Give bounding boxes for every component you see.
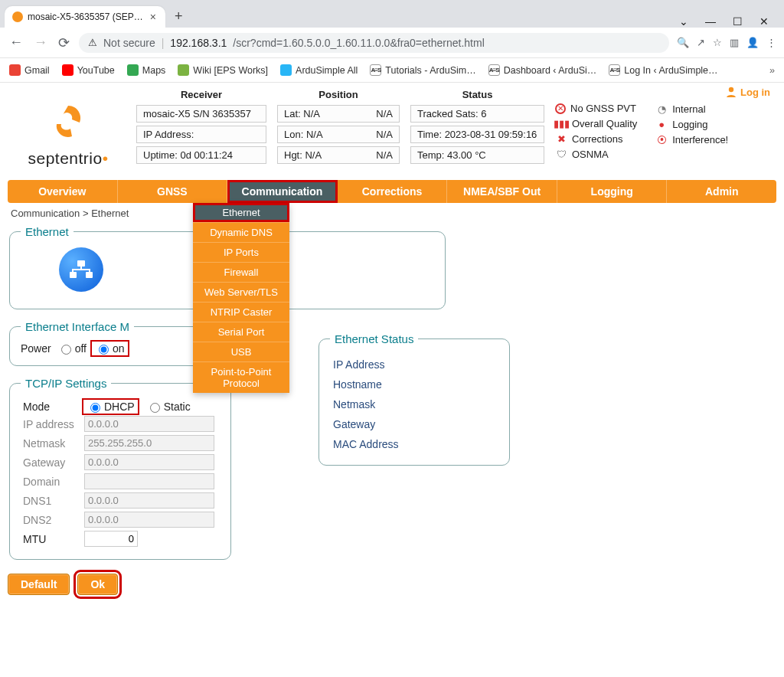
page-body: Log in septentrio• Receiver mosaic-X5 S/… xyxy=(0,83,784,610)
interference-icon: ⦿ xyxy=(655,133,668,146)
dropdown-serial[interactable]: Serial Port xyxy=(193,322,289,342)
kebab-menu-icon[interactable]: ⋮ xyxy=(766,37,776,48)
mode-dhcp-radio[interactable]: DHCP xyxy=(84,401,137,413)
status-time: Time: 2023-08-31 09:59:16 xyxy=(410,126,544,143)
status-temp: Temp: 43.00 °C xyxy=(410,146,544,164)
ethstatus-gateway[interactable]: Gateway xyxy=(330,414,498,434)
dropdown-usb[interactable]: USB xyxy=(193,342,289,361)
nav-gnss[interactable]: GNSS xyxy=(118,180,228,203)
profile-icon[interactable]: 👤 xyxy=(746,37,759,48)
bookmark-dashboard[interactable]: A≡SDashboard ‹ ArduSi… xyxy=(488,64,597,76)
maps-icon xyxy=(127,64,139,76)
bookmark-wiki[interactable]: Wiki [EPS Works] xyxy=(178,64,268,76)
telegram-icon xyxy=(280,64,292,76)
bookmark-login[interactable]: A≡SLog In ‹ ArduSimple… xyxy=(609,64,717,76)
receiver-head: Receiver xyxy=(136,89,266,102)
svg-rect-3 xyxy=(86,272,93,278)
login-link[interactable]: Log in xyxy=(725,86,770,98)
address-bar[interactable]: ⚠ Not secure | 192.168.3.1/scr?cmd=1.60.… xyxy=(79,33,669,53)
ip-label: IP address xyxy=(21,414,82,433)
flag-no-gnss: No GNSS PVT xyxy=(570,103,636,114)
close-icon[interactable]: × xyxy=(149,11,158,23)
ethstatus-netmask[interactable]: Netmask xyxy=(330,394,498,414)
netmask-input[interactable] xyxy=(84,435,214,451)
nav-admin[interactable]: Admin xyxy=(667,180,776,203)
browser-chrome: mosaic-X5-3635357 (SEPT) - Sep × + ⌄ — ☐… xyxy=(0,0,784,83)
network-icon[interactable] xyxy=(59,247,103,292)
ethstatus-mac[interactable]: MAC Address xyxy=(330,434,498,454)
mode-static-radio[interactable]: Static xyxy=(146,401,191,413)
power-off-radio[interactable]: off xyxy=(57,342,87,355)
ethstatus-ip[interactable]: IP Address xyxy=(330,355,498,374)
nav-corrections[interactable]: Corrections xyxy=(338,180,448,203)
domain-label: Domain xyxy=(21,472,82,491)
domain-input[interactable] xyxy=(84,473,214,489)
nav-nmea-sbf[interactable]: NMEA/SBF Out xyxy=(447,180,557,203)
browser-tab[interactable]: mosaic-X5-3635357 (SEPT) - Sep × xyxy=(5,6,165,28)
dns2-input[interactable] xyxy=(84,512,214,528)
side-panel-icon[interactable]: ▥ xyxy=(730,37,739,48)
dropdown-ipports[interactable]: IP Ports xyxy=(193,242,289,262)
dropdown-ntrip[interactable]: NTRIP Caster xyxy=(193,302,289,322)
gateway-input[interactable] xyxy=(84,454,214,470)
antenna-icon: ✖ xyxy=(555,132,567,145)
nav-communication[interactable]: Communication xyxy=(227,180,338,203)
interface-mode-fieldset: Ethernet Interface M Power off on xyxy=(9,320,216,366)
caret-down-icon[interactable]: ⌄ xyxy=(679,15,688,28)
bookmark-ardusimple[interactable]: ArduSimple All xyxy=(280,64,358,76)
ip-input[interactable] xyxy=(84,416,214,432)
position-lon: Lon: N/AN/A xyxy=(277,126,400,143)
bookmarks-overflow-icon[interactable]: » xyxy=(769,65,775,76)
tab-strip: mosaic-X5-3635357 (SEPT) - Sep × + ⌄ — ☐… xyxy=(0,0,784,28)
flag-interference: Interference! xyxy=(672,134,728,146)
receiver-column: Receiver mosaic-X5 S/N 3635357 IP Addres… xyxy=(136,89,266,164)
flag-logging: Logging xyxy=(672,119,707,130)
record-icon: ● xyxy=(655,118,668,130)
bookmark-gmail[interactable]: Gmail xyxy=(9,64,50,76)
minimize-icon[interactable]: — xyxy=(705,15,716,28)
forward-button[interactable]: → xyxy=(32,33,49,52)
as-icon: A≡S xyxy=(488,64,500,76)
breadcrumb-a[interactable]: Communication xyxy=(11,208,80,219)
close-window-icon[interactable]: ✕ xyxy=(760,15,769,28)
dropdown-ddns[interactable]: Dynamic DNS xyxy=(193,222,289,242)
ethstatus-legend: Ethernet Status xyxy=(330,332,418,345)
favicon xyxy=(12,11,23,22)
bookmark-icon[interactable]: ☆ xyxy=(713,37,722,48)
power-on-radio[interactable]: on xyxy=(93,342,127,355)
bookmark-tutorials[interactable]: A≡STutorials - ArduSim… xyxy=(370,64,475,76)
nav-logging[interactable]: Logging xyxy=(557,180,668,203)
tcpip-fieldset: TCP/IP Settings Mode DHCP Static xyxy=(9,377,231,560)
as-icon: A≡S xyxy=(609,64,620,76)
dropdown-ethernet[interactable]: Ethernet xyxy=(193,203,289,222)
dns2-label: DNS2 xyxy=(21,510,82,529)
ethstatus-hostname[interactable]: Hostname xyxy=(330,374,498,394)
back-button[interactable]: ← xyxy=(8,33,24,52)
new-tab-button[interactable]: + xyxy=(170,5,188,28)
dropdown-firewall[interactable]: Firewall xyxy=(193,262,289,282)
zoom-icon[interactable]: 🔍 xyxy=(677,37,689,48)
x-circle-icon: ✕ xyxy=(555,103,566,114)
nav-overview[interactable]: Overview xyxy=(8,180,118,203)
dropdown-p2p[interactable]: Point-to-Point Protocol xyxy=(193,361,289,393)
position-lat: Lat: N/AN/A xyxy=(277,105,400,123)
ok-button[interactable]: Ok xyxy=(77,574,118,595)
gateway-label: Gateway xyxy=(21,453,82,472)
dropdown-webserver[interactable]: Web Server/TLS xyxy=(193,282,289,302)
receiver-ip: IP Address: xyxy=(136,126,266,143)
bookmark-maps[interactable]: Maps xyxy=(127,64,166,76)
shield-icon: 🛡 xyxy=(555,148,567,160)
share-icon[interactable]: ↗ xyxy=(697,37,705,48)
reload-button[interactable]: ⟳ xyxy=(57,33,71,53)
position-head: Position xyxy=(277,89,400,102)
power-label: Power xyxy=(21,342,51,355)
mtu-label: MTU xyxy=(21,529,82,548)
maximize-icon[interactable]: ☐ xyxy=(733,15,743,28)
bookmark-youtube[interactable]: YouTube xyxy=(62,64,115,76)
dns1-input[interactable] xyxy=(84,492,214,509)
default-button[interactable]: Default xyxy=(8,574,70,595)
wiki-icon xyxy=(178,64,189,76)
clock-icon: ◔ xyxy=(655,103,668,115)
mtu-input[interactable] xyxy=(84,531,138,547)
mode-label: Mode xyxy=(21,399,82,414)
